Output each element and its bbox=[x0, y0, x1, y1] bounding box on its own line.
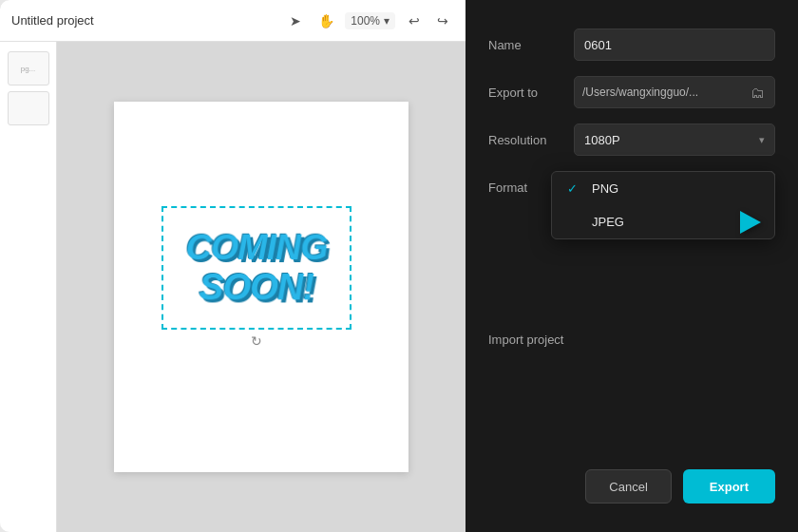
png-check-icon: ✓ bbox=[567, 181, 582, 196]
name-input[interactable] bbox=[574, 28, 775, 61]
button-row: Cancel Export bbox=[488, 450, 775, 504]
folder-icon[interactable]: 🗂 bbox=[748, 83, 767, 102]
select-tool-icon[interactable]: ➤ bbox=[284, 10, 307, 32]
name-row: Name bbox=[488, 28, 775, 61]
export-panel: Name Export to /Users/wangxingguo/... 🗂 … bbox=[466, 0, 798, 532]
resolution-row: Resolution 1080P ▾ bbox=[488, 124, 775, 156]
cursor-pointer bbox=[740, 211, 761, 234]
resolution-value: 1080P bbox=[584, 133, 620, 147]
zoom-value: 100% bbox=[351, 14, 380, 28]
jpeg-label: JPEG bbox=[592, 215, 624, 229]
canvas-page: COMINGSOON! ↻ bbox=[114, 102, 408, 472]
rotate-handle[interactable]: ↻ bbox=[249, 333, 264, 349]
undo-icon[interactable]: ↩ bbox=[403, 10, 426, 32]
zoom-chevron-icon: ▾ bbox=[384, 14, 390, 28]
resolution-chevron-icon: ▾ bbox=[759, 134, 765, 146]
import-project-label: Import project bbox=[488, 332, 574, 347]
name-label: Name bbox=[488, 38, 574, 52]
export-to-row: Export to /Users/wangxingguo/... 🗂 bbox=[488, 76, 775, 108]
redo-icon[interactable]: ↪ bbox=[431, 10, 454, 32]
cursor-arrow-icon bbox=[740, 211, 761, 234]
thumbnail-1[interactable]: pg... bbox=[8, 51, 49, 86]
resolution-label: Resolution bbox=[488, 133, 574, 147]
format-dropdown: ✓ PNG JPEG bbox=[551, 171, 775, 239]
canvas-area: COMINGSOON! ↻ bbox=[57, 42, 466, 532]
project-title: Untitled project bbox=[11, 13, 275, 28]
selected-element[interactable]: COMINGSOON! ↻ bbox=[162, 206, 352, 330]
thumbnail-2[interactable] bbox=[8, 91, 49, 125]
left-sidebar: pg... bbox=[0, 42, 57, 532]
cancel-button[interactable]: Cancel bbox=[585, 469, 671, 504]
resolution-select[interactable]: 1080P ▾ bbox=[574, 124, 775, 156]
export-to-value: /Users/wangxingguo/... bbox=[582, 86, 742, 99]
png-label: PNG bbox=[592, 181, 618, 196]
export-to-label: Export to bbox=[488, 86, 574, 100]
toolbar-icons: ➤ ✋ 100% ▾ ↩ ↪ bbox=[284, 10, 454, 32]
coming-soon-text: COMINGSOON! bbox=[183, 229, 329, 308]
export-to-field[interactable]: /Users/wangxingguo/... 🗂 bbox=[574, 76, 775, 108]
editor-titlebar: Untitled project ➤ ✋ 100% ▾ ↩ ↪ bbox=[0, 0, 466, 42]
hand-tool-icon[interactable]: ✋ bbox=[314, 10, 337, 32]
import-project-row: Import project bbox=[488, 332, 775, 347]
format-option-jpeg[interactable]: JPEG bbox=[552, 205, 774, 238]
undo-redo-group: ↩ ↪ bbox=[403, 10, 454, 32]
format-option-png[interactable]: ✓ PNG bbox=[552, 172, 774, 205]
zoom-control[interactable]: 100% ▾ bbox=[345, 12, 395, 29]
editor-area: Untitled project ➤ ✋ 100% ▾ ↩ ↪ pg... CO… bbox=[0, 0, 466, 532]
export-button[interactable]: Export bbox=[683, 469, 775, 504]
